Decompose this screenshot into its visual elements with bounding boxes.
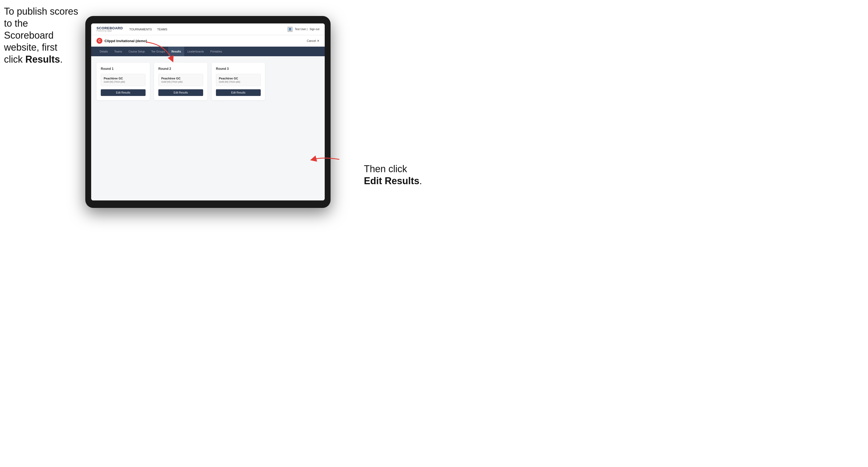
c-logo: C bbox=[96, 38, 102, 44]
sign-out-link[interactable]: Sign out bbox=[310, 28, 319, 31]
tournament-header: C Clippd Invitational (demo) Cancel ✕ bbox=[91, 35, 325, 46]
tab-printables[interactable]: Printables bbox=[207, 46, 225, 56]
round-card-2: Round 2 Peachtree GC Gold (M) (7010 yds)… bbox=[154, 63, 208, 100]
course-card-2: Peachtree GC Gold (M) (7010 yds) bbox=[158, 74, 203, 86]
instruction-top: To publish scoresto the Scoreboardwebsit… bbox=[4, 5, 79, 65]
nav-tournaments[interactable]: TOURNAMENTS bbox=[129, 27, 152, 32]
tab-bar: Details Teams Course Setup Tee Groups Re… bbox=[91, 46, 325, 56]
course-card-1: Peachtree GC Gold (M) (7010 yds) bbox=[101, 74, 146, 86]
nav-user: Test User | bbox=[295, 28, 308, 31]
round-3-title: Round 3 bbox=[216, 67, 261, 71]
tablet-shell: SCOREBOARD Powered by clippd TOURNAMENTS… bbox=[85, 16, 331, 208]
tournament-name: Clippd Invitational (demo) bbox=[104, 39, 147, 43]
course-name-2: Peachtree GC bbox=[161, 77, 200, 80]
tab-course-setup[interactable]: Course Setup bbox=[125, 46, 148, 56]
edit-results-button-1[interactable]: Edit Results bbox=[101, 89, 146, 96]
tab-leaderboards[interactable]: Leaderboards bbox=[184, 46, 207, 56]
course-details-2: Gold (M) (7010 yds) bbox=[161, 81, 200, 83]
round-2-title: Round 2 bbox=[158, 67, 203, 71]
tab-teams[interactable]: Teams bbox=[111, 46, 125, 56]
round-1-title: Round 1 bbox=[101, 67, 146, 71]
user-avatar: 👤 bbox=[287, 27, 293, 32]
course-name-1: Peachtree GC bbox=[104, 77, 143, 80]
main-content: Round 1 Peachtree GC Gold (M) (7010 yds)… bbox=[91, 56, 325, 200]
nav-right: 👤 Test User | Sign out bbox=[287, 27, 319, 32]
rounds-grid: Round 1 Peachtree GC Gold (M) (7010 yds)… bbox=[96, 63, 319, 100]
course-details-3: Gold (M) (7010 yds) bbox=[219, 81, 258, 83]
tablet-screen: SCOREBOARD Powered by clippd TOURNAMENTS… bbox=[91, 24, 325, 200]
tab-details[interactable]: Details bbox=[96, 46, 111, 56]
top-nav: SCOREBOARD Powered by clippd TOURNAMENTS… bbox=[91, 24, 325, 35]
course-name-3: Peachtree GC bbox=[219, 77, 258, 80]
tournament-title-area: C Clippd Invitational (demo) bbox=[96, 38, 147, 44]
round-card-3: Round 3 Peachtree GC Gold (M) (7010 yds)… bbox=[212, 63, 265, 100]
nav-teams[interactable]: TEAMS bbox=[157, 27, 167, 32]
tab-results[interactable]: Results bbox=[168, 46, 184, 56]
tab-tee-groups[interactable]: Tee Groups bbox=[148, 46, 168, 56]
logo-area: SCOREBOARD Powered by clippd bbox=[96, 26, 123, 32]
course-details-1: Gold (M) (7010 yds) bbox=[104, 81, 143, 83]
cancel-button[interactable]: Cancel ✕ bbox=[307, 39, 319, 43]
nav-links: TOURNAMENTS TEAMS bbox=[129, 27, 287, 32]
edit-results-button-3[interactable]: Edit Results bbox=[216, 89, 261, 96]
instruction-bottom: Then clickEdit Results. bbox=[364, 163, 422, 187]
round-card-1: Round 1 Peachtree GC Gold (M) (7010 yds)… bbox=[96, 63, 150, 100]
logo-text: SCOREBOARD bbox=[96, 26, 123, 30]
logo-sub: Powered by clippd bbox=[96, 30, 123, 32]
edit-results-button-2[interactable]: Edit Results bbox=[158, 89, 203, 96]
course-card-3: Peachtree GC Gold (M) (7010 yds) bbox=[216, 74, 261, 86]
